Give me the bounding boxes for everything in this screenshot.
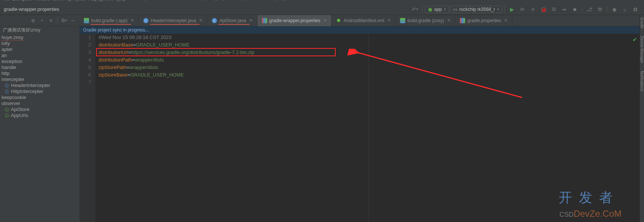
titlebar-path: znsy [D:\SDWEN(磁力广播测试项目)znsy] - gradle-w…	[134, 0, 286, 2]
close-icon[interactable]: ✕	[323, 18, 327, 23]
right-tab-gradle[interactable]: Gradle	[640, 17, 644, 28]
class-icon: C	[212, 18, 217, 23]
sync-button[interactable]: ◉	[610, 5, 619, 14]
tree-item[interactable]: an	[0, 52, 79, 58]
run-button[interactable]: ▶	[507, 5, 517, 14]
tab-apistore-java[interactable]: CApiStore.java✕	[207, 15, 257, 26]
class-icon: Ⓒ	[4, 82, 9, 88]
tab-row: ⊕ ÷ ≡ ⚙ ▾ ─ build.gradle (:app)✕CHeaderI…	[0, 15, 644, 26]
class-icon: C	[143, 18, 149, 23]
properties-icon	[262, 18, 267, 23]
stop-button[interactable]: ■	[570, 5, 580, 14]
apply-code-button[interactable]: ≡	[528, 5, 538, 14]
interface-icon: Ⓘ	[4, 106, 9, 112]
menu-tools[interactable]: Tools	[75, 0, 86, 2]
xml-icon: ⬢	[336, 18, 341, 23]
tab-androidmanifest-xml[interactable]: ⬢AndroidManifest.xml✕	[332, 15, 396, 26]
menu-edit[interactable]: Edit	[12, 0, 20, 2]
navigation-toolbar: gradle-wrapper.properties ↶ ▾ ▣ app ▾ ▭ …	[0, 4, 644, 15]
main-menu-bar: File Edit Code Refactor Build Run Tools …	[0, 0, 644, 4]
expand-icon[interactable]: ≡	[47, 16, 55, 25]
hide-icon[interactable]: ─	[69, 16, 77, 25]
class-icon: Ⓒ	[4, 88, 9, 94]
tree-item[interactable]: intercepter	[0, 76, 79, 82]
attach-button[interactable]: ▪▪	[559, 5, 569, 14]
tree-item[interactable]: apter	[0, 46, 79, 52]
tab-label: build.gradle (:app)	[91, 18, 128, 23]
run-config-selector[interactable]: ▣ app ▾	[425, 6, 449, 13]
watermark-text-1: 开 发 者	[559, 189, 614, 207]
right-margin-guide	[369, 34, 369, 222]
right-tab-notifications[interactable]: Notifications	[640, 71, 644, 91]
tab-gradle-properties[interactable]: gradle.properties✕	[455, 15, 512, 26]
tab-label: AndroidManifest.xml	[344, 18, 384, 23]
tree-item[interactable]: keepcookie	[0, 94, 79, 100]
search-button[interactable]: ⌕	[620, 5, 630, 14]
tree-item[interactable]: Ⓘ ApiStore	[0, 106, 79, 112]
tree-item[interactable]: handle	[0, 64, 79, 70]
vcs-button[interactable]: ⎇	[585, 5, 594, 14]
gear-icon[interactable]: ⚙ ▾	[60, 16, 68, 25]
menu-window[interactable]: Window	[99, 0, 115, 2]
apply-changes-button[interactable]: ⟳	[518, 5, 527, 14]
tab-label: gradle.properties	[467, 18, 501, 23]
tree-item[interactable]: http	[0, 70, 79, 76]
gradle-icon	[400, 18, 405, 23]
tab-label: build.gradle (znsy)	[408, 18, 444, 23]
close-icon[interactable]: ✕	[387, 18, 391, 23]
tree-item[interactable]: Ⓘ AppUrls	[0, 112, 79, 118]
build-button[interactable]: ⚒	[595, 5, 605, 14]
menu-refactor[interactable]: Refactor	[34, 0, 51, 2]
tree-item[interactable]: ivity	[0, 40, 79, 46]
close-icon[interactable]: ✕	[131, 18, 134, 23]
back-button[interactable]: ↶ ▾	[410, 5, 420, 14]
close-icon[interactable]: ✕	[199, 18, 202, 23]
device-icon: ▭	[453, 7, 457, 12]
menu-vcs[interactable]: VCS	[88, 0, 97, 2]
debug-button[interactable]: 🐞	[538, 5, 548, 14]
settings-button[interactable]: ✿	[631, 5, 640, 14]
device-selector[interactable]: ▭ rockchip rk3568_r ▾	[450, 6, 502, 13]
tab-label: gradle-wrapper.properties	[269, 18, 321, 23]
menu-code[interactable]: Code	[22, 0, 33, 2]
project-tree: 广播测试项目\znsy huye.znsy ivity apter an exc…	[0, 26, 79, 222]
menu-run[interactable]: Run	[65, 0, 73, 2]
watermark-text-2: CSDDevZe.CoM	[559, 208, 622, 219]
tab-label: HeaderIntercepter.java	[151, 18, 196, 23]
project-select-icon[interactable]: ⊕	[29, 16, 37, 25]
tab-gradle-wrapper-properties[interactable]: gradle-wrapper.properties✕	[257, 15, 332, 26]
project-crumb[interactable]: 广播测试项目\znsy	[0, 26, 79, 34]
close-icon[interactable]: ✕	[504, 18, 507, 23]
tree-item[interactable]: huye.znsy	[0, 34, 79, 40]
right-tab-device-manager[interactable]: Device Manager	[640, 36, 644, 63]
tree-item[interactable]: Ⓒ HeaderIntercepter	[0, 82, 79, 88]
properties-icon	[460, 18, 465, 23]
code-editor[interactable]: #Wed Nov 15 09:26:16 CST 2023 distributi…	[95, 34, 640, 222]
tree-item[interactable]: exception	[0, 58, 79, 64]
breadcrumb: gradle-wrapper.properties	[4, 6, 59, 12]
tab-headerintercepter-java[interactable]: CHeaderIntercepter.java✕	[139, 15, 207, 26]
inspection-ok-icon[interactable]: ✔	[632, 36, 637, 43]
tab-build-gradle-znsy-[interactable]: build.gradle (znsy)✕	[396, 15, 455, 26]
menu-help[interactable]: Help	[116, 0, 126, 2]
tree-item[interactable]: observer	[0, 100, 79, 106]
close-icon[interactable]: ✕	[447, 18, 451, 23]
collapse-icon[interactable]: ÷	[38, 16, 46, 25]
interface-icon: Ⓘ	[4, 112, 9, 118]
close-icon[interactable]: ✕	[249, 18, 253, 23]
right-tool-rail: Gradle Device Manager Notifications	[640, 15, 644, 222]
line-gutter: 1234567	[79, 34, 95, 222]
android-icon: ▣	[428, 7, 432, 12]
profile-button[interactable]: ⧉	[549, 5, 559, 14]
tree-item[interactable]: Ⓒ HttpIntercepter	[0, 88, 79, 94]
menu-build[interactable]: Build	[53, 0, 63, 2]
menu-file[interactable]: File	[3, 0, 10, 2]
tab-build-gradle-app-[interactable]: build.gradle (:app)✕	[79, 15, 139, 26]
tab-label: ApiStore.java	[219, 18, 246, 23]
editor-area: 1234567 #Wed Nov 15 09:26:16 CST 2023 di…	[79, 34, 640, 222]
gradle-icon	[84, 18, 89, 23]
sync-banner: Gradle project sync in progress...	[79, 26, 640, 34]
